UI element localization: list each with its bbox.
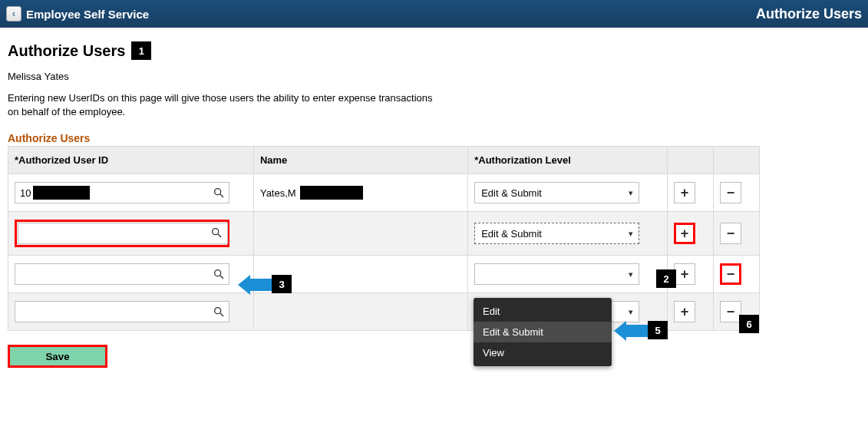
section-label: Authorize Users [8, 132, 860, 144]
redaction-block [300, 186, 363, 200]
header-page-name: Authorize Users [756, 6, 862, 22]
svg-line-7 [220, 313, 223, 316]
callout-6: 6 [739, 315, 759, 333]
lookup-icon[interactable] [209, 225, 224, 240]
header-breadcrumb[interactable]: Employee Self Service [26, 8, 149, 21]
lookup-icon[interactable] [211, 304, 226, 319]
authorize-users-table: *Authorized User ID Name *Authorization … [8, 146, 760, 331]
table-row: ▾ + − [8, 256, 760, 293]
employee-name: Melissa Yates [8, 71, 860, 82]
table-row: Edit & Submit ▾ + − [8, 212, 760, 256]
dropdown-option-edit-submit[interactable]: Edit & Submit [474, 322, 612, 342]
svg-point-6 [215, 308, 221, 314]
lookup-icon[interactable] [211, 266, 226, 282]
svg-point-2 [213, 229, 219, 235]
callout-5: 5 [648, 321, 668, 339]
remove-row-button[interactable]: − [720, 301, 741, 322]
add-row-button[interactable]: + [674, 223, 695, 244]
add-row-button[interactable]: + [674, 182, 695, 203]
callout-3: 3 [272, 275, 292, 293]
chevron-left-icon: ‹ [12, 8, 15, 19]
svg-point-4 [215, 270, 221, 276]
redaction-block [33, 186, 90, 200]
remove-row-button[interactable]: − [720, 223, 741, 244]
col-header-add [668, 147, 714, 174]
remove-row-button[interactable]: − [720, 182, 741, 203]
col-header-level: *Authorization Level [468, 147, 668, 174]
app-header: ‹ Employee Self Service Authorize Users [0, 0, 868, 28]
arrow-left-icon [614, 321, 648, 341]
remove-row-button[interactable]: − [720, 263, 741, 285]
auth-level-select[interactable] [474, 263, 639, 285]
arrow-left-icon [238, 275, 272, 295]
callout-2: 2 [656, 269, 676, 288]
table-row: Yates,M Edit & Submit ▾ + − [8, 174, 760, 212]
add-row-button[interactable]: + [674, 263, 695, 285]
auth-level-select[interactable]: Edit & Submit [474, 182, 639, 203]
dropdown-option-edit[interactable]: Edit [474, 301, 612, 322]
auth-level-select[interactable]: Edit & Submit [474, 223, 639, 244]
col-header-remove [714, 147, 760, 174]
userid-input[interactable] [15, 301, 229, 322]
name-cell: Yates,M [260, 187, 296, 199]
page-description: Entering new UserIDs on this page will g… [8, 91, 437, 118]
back-button[interactable]: ‹ [6, 6, 21, 21]
add-row-button[interactable]: + [674, 301, 695, 322]
dropdown-option-view[interactable]: View [474, 342, 612, 363]
save-button[interactable]: Save [8, 345, 107, 368]
userid-input[interactable] [15, 263, 229, 285]
svg-line-1 [220, 194, 223, 197]
page-title: Authorize Users [8, 42, 125, 60]
auth-level-dropdown: Edit Edit & Submit View [474, 298, 612, 366]
col-header-name: Name [253, 147, 467, 174]
userid-input[interactable] [18, 223, 228, 244]
lookup-icon[interactable] [211, 185, 226, 200]
col-header-userid: *Authorized User ID [8, 147, 254, 174]
svg-line-3 [218, 234, 221, 237]
svg-line-5 [220, 276, 223, 279]
svg-point-0 [215, 189, 221, 195]
callout-1: 1 [131, 41, 151, 60]
